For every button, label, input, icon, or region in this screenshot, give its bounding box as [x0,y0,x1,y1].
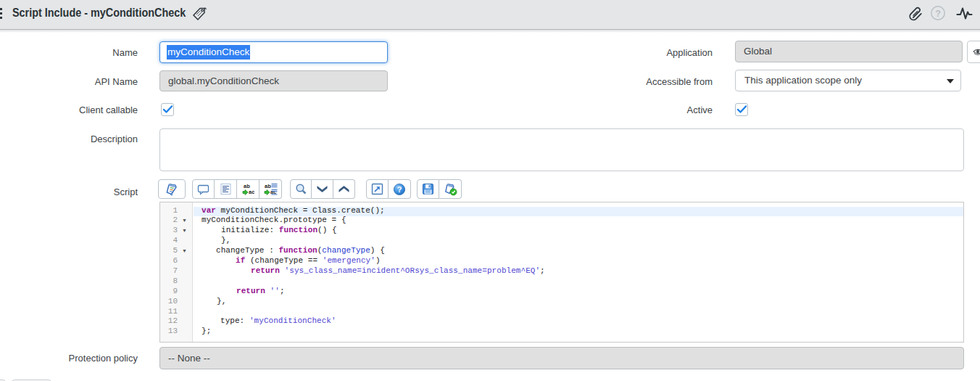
svg-text:ac: ac [249,189,254,195]
svg-text:?: ? [935,9,941,19]
svg-text:?: ? [397,185,402,194]
